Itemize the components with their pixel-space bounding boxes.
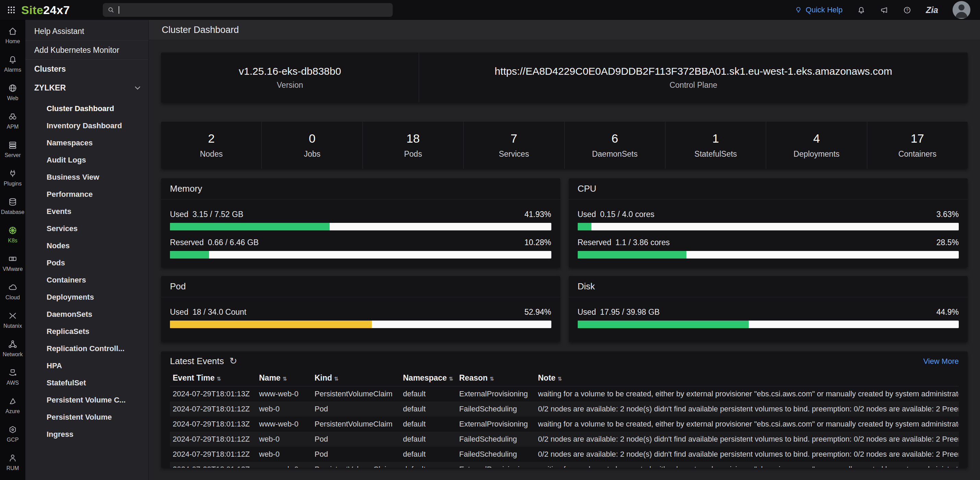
stat-label: DaemonSets (592, 150, 638, 159)
stat-tile[interactable]: 17 Containers (867, 122, 968, 169)
usage-label: Used17.95 / 39.98 GB (578, 308, 660, 317)
sidebar-subitem-label: Replication Controll... (46, 344, 124, 353)
announcements-icon[interactable] (880, 6, 889, 14)
sort-icon[interactable]: ⇅ (557, 376, 562, 381)
sidebar-subitem[interactable]: Persistent Volume C... (25, 392, 148, 409)
azure-icon (8, 396, 18, 406)
column-header[interactable]: Name⇅ (256, 370, 312, 386)
event-reason: FailedScheduling (457, 447, 535, 462)
stat-value: 7 (511, 132, 517, 145)
stat-tile[interactable]: 7 Services (464, 122, 564, 169)
rail-item-vmware[interactable]: VMware (0, 249, 25, 277)
column-header[interactable]: Reason⇅ (457, 370, 535, 386)
usage-bar-fill (578, 223, 592, 230)
sidebar-subitem[interactable]: Events (25, 203, 148, 220)
sidebar-subitem[interactable]: Ingress (25, 426, 148, 443)
event-row[interactable]: 2024-07-29T18:01:12Z web-0 Pod default F… (170, 432, 959, 447)
column-header[interactable]: Event Time⇅ (170, 370, 256, 386)
stat-tile[interactable]: 0 Jobs (262, 122, 363, 169)
sidebar-subitem[interactable]: Deployments (25, 289, 148, 306)
sort-icon[interactable]: ⇅ (334, 376, 339, 381)
rail-item-cloud[interactable]: Cloud (0, 277, 25, 306)
rail-item-azure[interactable]: Azure (0, 391, 25, 419)
help-icon[interactable]: ? (903, 6, 912, 14)
sidebar-subitem-label: HPA (46, 361, 62, 370)
sidebar-item-help-assistant[interactable]: Help Assistant (25, 22, 148, 41)
rail-item-plugins[interactable]: Plugins (0, 164, 25, 192)
chevron-down-icon[interactable] (135, 85, 140, 90)
event-kind: Pod (312, 402, 400, 416)
quick-help-button[interactable]: Quick Help (795, 5, 843, 14)
rail-item-network[interactable]: Network (0, 334, 25, 363)
rum-user-icon (8, 453, 18, 463)
rail-item-server[interactable]: Server (0, 135, 25, 164)
sort-icon[interactable]: ⇅ (490, 376, 494, 381)
sidebar-subitem[interactable]: DaemonSets (25, 306, 148, 323)
sidebar-subitem[interactable]: Containers (25, 271, 148, 289)
event-namespace: default (400, 386, 457, 402)
sidebar-subitem[interactable]: Inventory Dashboard (25, 117, 148, 134)
global-search[interactable] (103, 3, 393, 17)
globe-icon (8, 83, 18, 93)
stat-tile[interactable]: 6 DaemonSets (565, 122, 665, 169)
event-row[interactable]: 2024-07-29T18:01:13Z www-web-0 Persisten… (170, 416, 959, 432)
avatar[interactable] (953, 1, 970, 19)
sidebar-subitem[interactable]: Persistent Volume (25, 409, 148, 426)
rail-item-home[interactable]: Home (0, 21, 25, 50)
rail-item-aws[interactable]: AWS (0, 363, 25, 391)
stat-tile[interactable]: 4 Deployments (766, 122, 867, 169)
sidebar-subitem-label: Business View (46, 173, 99, 182)
rail-item-nutanix[interactable]: Nutanix (0, 306, 25, 334)
site24x7-logo[interactable]: Site24x7 (21, 3, 70, 17)
event-row[interactable]: 2024-07-29T18:01:13Z www-web-0 Persisten… (170, 386, 959, 402)
rail-item-alarms[interactable]: Alarms (0, 50, 25, 78)
latest-events-panel: Latest Events ↻ View More E (161, 351, 968, 468)
sidebar-item-clusters[interactable]: Clusters (25, 60, 148, 78)
zia-icon[interactable]: Zia (926, 5, 938, 15)
sort-icon[interactable]: ⇅ (216, 376, 221, 381)
notifications-bell-icon[interactable] (857, 6, 865, 14)
sort-icon[interactable]: ⇅ (449, 376, 453, 381)
column-header[interactable]: Note⇅ (535, 370, 959, 386)
stat-tile[interactable]: 18 Pods (363, 122, 464, 169)
event-row[interactable]: 2024-07-29T18:01:12Z web-0 Pod default F… (170, 402, 959, 416)
stat-tile[interactable]: 1 StatefulSets (665, 122, 766, 169)
sidebar-subitem[interactable]: HPA (25, 357, 148, 375)
sidebar-subitem[interactable]: Namespaces (25, 134, 148, 151)
rail-item-gcp[interactable]: GCP (0, 419, 25, 448)
sidebar-subitem[interactable]: Audit Logs (25, 151, 148, 169)
rail-item-database[interactable]: Database (0, 192, 25, 220)
sidebar-subitem[interactable]: StatefulSet (25, 375, 148, 392)
event-row[interactable]: 2024-07-29T18:01:13Z www-web-0 Persisten… (170, 462, 959, 468)
sidebar-subitem[interactable]: Services (25, 220, 148, 237)
sidebar-subitem[interactable]: Pods (25, 254, 148, 271)
rail-item-rum[interactable]: RUM (0, 448, 25, 477)
sort-icon[interactable]: ⇅ (283, 376, 287, 381)
sidebar-item-add-kubernetes-monitor[interactable]: Add Kubernetes Monitor (25, 41, 148, 60)
rail-item-k8s[interactable]: K8s (0, 220, 25, 249)
usage-row: Used0.15 / 4.0 cores 3.63% (578, 210, 959, 230)
search-input[interactable] (121, 5, 388, 15)
column-header[interactable]: Namespace⇅ (400, 370, 457, 386)
column-header[interactable]: Kind⇅ (312, 370, 400, 386)
stat-tile[interactable]: 2 Nodes (161, 122, 262, 169)
cluster-stats-panel: 2 Nodes 0 Jobs 18 Pods 7 (161, 122, 968, 169)
rail-item-web[interactable]: Web (0, 78, 25, 107)
rail-item-apm[interactable]: APM (0, 107, 25, 135)
refresh-icon[interactable]: ↻ (229, 357, 237, 366)
usage-percent: 3.63% (937, 210, 959, 219)
sidebar-subitem[interactable]: Business View (25, 169, 148, 186)
event-reason: ExternalProvisioning (457, 416, 535, 432)
stat-value: 18 (406, 132, 420, 145)
event-row[interactable]: 2024-07-29T18:01:12Z web-0 Pod default F… (170, 447, 959, 462)
quick-help-label: Quick Help (806, 5, 843, 14)
apps-grid-icon[interactable] (7, 5, 16, 14)
sidebar-item-zylker[interactable]: ZYLKER (25, 78, 148, 97)
sidebar-subitem[interactable]: Cluster Dashboard (25, 100, 148, 117)
sidebar-item-label: Clusters (34, 64, 66, 74)
sidebar-subitem[interactable]: Nodes (25, 237, 148, 254)
sidebar-subitem[interactable]: Replication Controll... (25, 340, 148, 357)
view-more-link[interactable]: View More (923, 357, 959, 366)
sidebar-subitem[interactable]: ReplicaSets (25, 323, 148, 340)
sidebar-subitem[interactable]: Performance (25, 186, 148, 203)
